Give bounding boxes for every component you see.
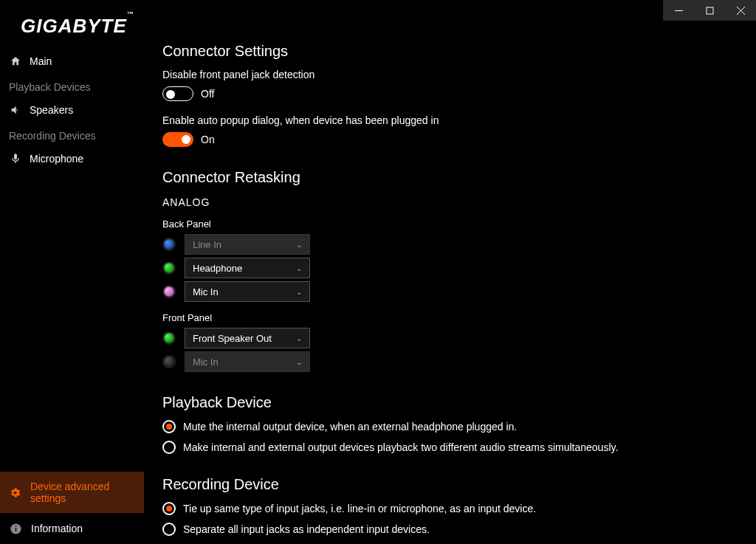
chevron-down-icon: ⌄ [296,264,302,272]
dropdown-value: Headphone [193,263,242,274]
radio-label: Tie up same type of input jacks, i.e. li… [183,503,536,514]
section-connector-settings: Connector Settings Disable front panel j… [162,43,734,147]
section-title: Connector Retasking [162,169,734,186]
dropdown-value: Front Speaker Out [193,333,272,344]
gear-icon [9,486,21,499]
sidebar-item-microphone[interactable]: Microphone [0,146,144,171]
main-content: Connector Settings Disable front panel j… [162,43,734,544]
nav-information[interactable]: Information [0,513,144,544]
dropdown-front-mic-in[interactable]: Mic In ⌄ [185,351,310,372]
section-title: Playback Device [162,394,734,411]
brand-logo: GIGABYTE™ [21,15,134,38]
speaker-icon [9,103,22,117]
jack-blue-icon [162,238,176,251]
sidebar-item-label: Microphone [30,153,83,165]
dropdown-line-in[interactable]: Line In ⌄ [185,234,310,255]
dropdown-mic-in[interactable]: Mic In ⌄ [185,281,310,302]
nav-label: Information [31,523,83,534]
bottom-nav: Device advanced settings Information [0,472,144,544]
radio-label: Mute the internal output device, when an… [183,421,517,433]
sidebar-item-label: Main [30,55,52,67]
toggle-auto-popup[interactable] [162,132,193,147]
chevron-down-icon: ⌄ [296,358,302,366]
close-button[interactable] [725,0,756,21]
sidebar: Main Playback Devices Speakers Recording… [0,49,144,171]
dropdown-value: Line In [193,239,221,250]
toggle-state: Off [201,88,214,100]
front-panel-label: Front Panel [162,312,734,323]
minimize-button[interactable] [663,0,694,21]
jack-dark-icon [162,355,176,368]
section-recording-device: Recording Device Tie up same type of inp… [162,476,734,536]
disable-front-jack-label: Disable front panel jack detection [162,69,734,80]
maximize-button[interactable] [694,0,725,21]
auto-popup-label: Enable auto popup dialog, when device ha… [162,114,734,126]
chevron-down-icon: ⌄ [296,241,302,249]
window-titlebar [663,0,756,21]
svg-rect-6 [15,526,16,526]
jack-green-icon [162,261,176,275]
radio-recording-tie[interactable] [162,502,176,515]
radio-label: Make internal and external output device… [183,441,618,453]
radio-playback-mute[interactable] [162,420,176,433]
section-title: Connector Settings [162,43,734,60]
sidebar-item-label: Speakers [30,104,73,116]
dropdown-value: Mic In [193,357,219,368]
chevron-down-icon: ⌄ [296,334,302,342]
section-playback-device: Playback Device Mute the internal output… [162,394,734,454]
section-title: Recording Device [162,476,734,493]
microphone-icon [9,152,22,165]
toggle-state: On [201,134,215,145]
chevron-down-icon: ⌄ [296,288,302,296]
dropdown-headphone[interactable]: Headphone ⌄ [185,258,310,278]
radio-label: Separate all input jacks as independent … [183,523,430,535]
info-icon [9,522,22,535]
jack-green-icon [162,331,176,345]
sidebar-item-speakers[interactable]: Speakers [0,97,144,123]
dropdown-value: Mic In [193,286,219,297]
radio-recording-separate[interactable] [162,523,176,536]
sidebar-item-main[interactable]: Main [0,49,144,74]
home-icon [9,55,22,68]
radio-playback-separate[interactable] [162,441,176,454]
nav-label: Device advanced settings [30,481,135,504]
dropdown-front-speaker[interactable]: Front Speaker Out ⌄ [185,328,310,348]
svg-rect-5 [15,528,16,531]
sidebar-header-recording: Recording Devices [0,123,144,146]
jack-pink-icon [162,285,176,298]
section-connector-retasking: Connector Retasking ANALOG Back Panel Li… [162,169,734,372]
sidebar-header-playback: Playback Devices [0,74,144,97]
toggle-disable-front-jack[interactable] [162,86,193,101]
analog-subhead: ANALOG [162,196,734,208]
svg-rect-1 [707,7,713,14]
back-panel-label: Back Panel [162,218,734,230]
nav-device-advanced-settings[interactable]: Device advanced settings [0,472,144,513]
